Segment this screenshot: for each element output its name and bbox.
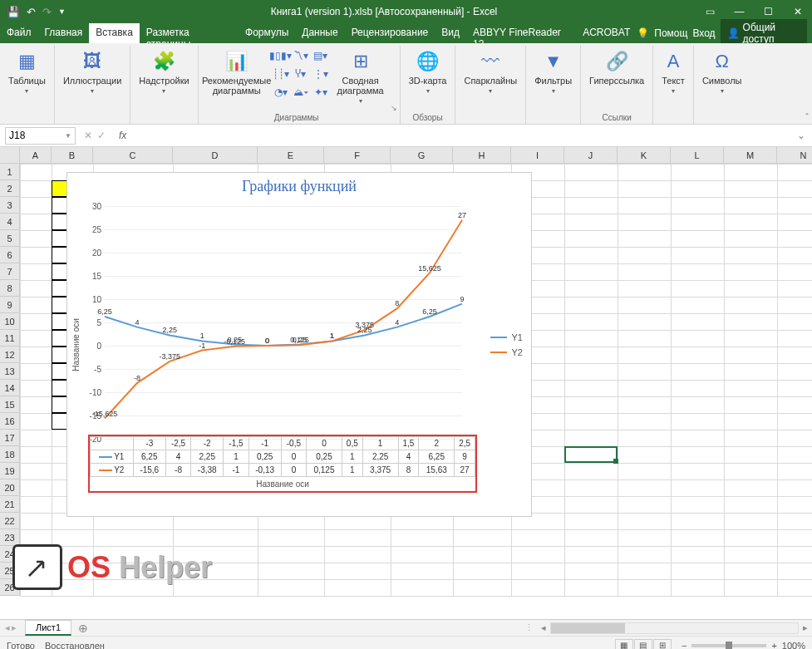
recommended-charts-button[interactable]: 📊Рекомендуемые диаграммы	[204, 47, 270, 97]
bar-chart-icon[interactable]: ▮▯▮▾	[272, 47, 290, 64]
tab-файл[interactable]: Файл	[0, 23, 38, 43]
col-header-A[interactable]: A	[20, 147, 52, 163]
row-header-23[interactable]: 23	[0, 529, 19, 546]
collapse-ribbon-icon[interactable]: ˆ	[805, 112, 809, 122]
tab-главная[interactable]: Главная	[38, 23, 90, 43]
addins-button[interactable]: 🧩Надстройки▾	[135, 47, 192, 96]
spreadsheet-grid[interactable]: ABCDEFGHIJKLMN 1234567891011121314151617…	[0, 147, 812, 619]
col-header-N[interactable]: N	[777, 147, 812, 163]
col-header-D[interactable]: D	[173, 147, 258, 163]
stock-chart-icon[interactable]: ┊┊▾	[272, 66, 290, 82]
col-header-F[interactable]: F	[324, 147, 391, 163]
fx-label[interactable]: fx	[114, 130, 131, 141]
tab-рецензирование[interactable]: Рецензирование	[345, 23, 436, 43]
sheet-tab-bar: ◂ ▸ Лист1 ⊕ ⋮ ◂ ▸	[0, 619, 812, 636]
tab-данные[interactable]: Данные	[295, 23, 344, 43]
charts-launcher-icon[interactable]: ↘	[391, 104, 397, 112]
col-header-K[interactable]: K	[618, 147, 671, 163]
redo-icon[interactable]: ↷	[42, 6, 52, 18]
col-header-M[interactable]: M	[724, 147, 777, 163]
row-header-3[interactable]: 3	[0, 197, 19, 214]
status-bar: Готово Восстановлен ▦ ▤ ⊞ − + 100%	[0, 636, 812, 649]
line-chart-icon[interactable]: 〽▾	[292, 47, 310, 64]
tables-button[interactable]: ▦Таблицы▾	[5, 47, 49, 96]
row-header-1[interactable]: 1	[0, 164, 19, 180]
row-header-13[interactable]: 13	[0, 363, 19, 380]
add-sheet-button[interactable]: ⊕	[71, 622, 95, 635]
sheet-nav-prev-icon[interactable]: ◂	[5, 622, 10, 633]
row-header-2[interactable]: 2	[0, 180, 19, 197]
row-header-12[interactable]: 12	[0, 347, 19, 363]
row-header-8[interactable]: 8	[0, 280, 19, 297]
tab-abbyy finereader 12[interactable]: ABBYY FineReader 12	[466, 23, 576, 43]
row-header-16[interactable]: 16	[0, 413, 19, 430]
page-break-view-icon[interactable]: ⊞	[653, 639, 672, 650]
tab-разметка страницы[interactable]: Разметка страницы	[140, 23, 239, 43]
row-header-6[interactable]: 6	[0, 247, 19, 263]
symbols-button[interactable]: ΩСимволы▾	[699, 47, 746, 96]
col-header-H[interactable]: H	[453, 147, 511, 163]
confirm-formula-icon[interactable]: ✓	[97, 130, 106, 141]
zoom-in-button[interactable]: +	[771, 641, 776, 650]
cancel-formula-icon[interactable]: ✕	[84, 130, 92, 141]
normal-view-icon[interactable]: ▦	[615, 639, 633, 650]
zoom-slider[interactable]	[691, 644, 766, 647]
tab-вставка[interactable]: Вставка	[89, 23, 140, 43]
hyperlink-button[interactable]: 🔗Гиперссылка	[586, 47, 647, 87]
row-header-15[interactable]: 15	[0, 396, 19, 413]
col-header-B[interactable]: B	[52, 147, 93, 163]
col-header-L[interactable]: L	[671, 147, 724, 163]
tab-вид[interactable]: Вид	[435, 23, 466, 43]
login-link[interactable]: Вход	[692, 27, 715, 39]
col-header-G[interactable]: G	[391, 147, 453, 163]
hierarchy-chart-icon[interactable]: Ⴤ▾	[292, 66, 310, 82]
pivot-chart-button[interactable]: ⊞Сводная диаграмма▾	[332, 47, 390, 106]
row-header-5[interactable]: 5	[0, 230, 19, 247]
zoom-level[interactable]: 100%	[782, 641, 805, 650]
horizontal-scrollbar[interactable]: ⋮ ◂ ▸	[521, 622, 812, 634]
sparklines-button[interactable]: 〰Спарклайны▾	[460, 47, 520, 96]
qat-customize-icon[interactable]: ▼	[58, 7, 66, 16]
chart-object[interactable]: Графики функций Название оси -20-15-10-5…	[66, 172, 532, 517]
active-cell[interactable]	[564, 446, 618, 463]
name-box[interactable]: J18▼	[5, 127, 76, 145]
tab-формулы[interactable]: Формулы	[239, 23, 295, 43]
tab-acrobat[interactable]: ACROBAT	[576, 23, 637, 43]
col-header-E[interactable]: E	[258, 147, 324, 163]
pie-chart-icon[interactable]: ◔▾	[272, 84, 290, 101]
save-icon[interactable]: 💾	[7, 6, 20, 18]
row-header-11[interactable]: 11	[0, 330, 19, 347]
col-header-C[interactable]: C	[93, 147, 173, 163]
row-header-17[interactable]: 17	[0, 430, 19, 446]
row-header-22[interactable]: 22	[0, 513, 19, 529]
row-header-4[interactable]: 4	[0, 214, 19, 230]
radar-chart-icon[interactable]: ✦▾	[312, 84, 330, 101]
scatter-chart-icon[interactable]: ⋮▾	[312, 66, 330, 82]
col-header-I[interactable]: I	[511, 147, 564, 163]
status-ready: Готово	[7, 641, 35, 650]
tell-me-text[interactable]: Помощ	[654, 27, 687, 39]
illustrations-button[interactable]: 🖼Иллюстрации▾	[60, 47, 125, 96]
zoom-out-button[interactable]: −	[682, 641, 687, 650]
undo-icon[interactable]: ↶	[27, 6, 36, 18]
text-button[interactable]: AТекст▾	[658, 47, 688, 96]
page-layout-view-icon[interactable]: ▤	[634, 639, 652, 650]
filters-button[interactable]: ▼Фильтры▾	[531, 47, 575, 96]
row-header-7[interactable]: 7	[0, 263, 19, 280]
3d-map-button[interactable]: 🌐3D-карта▾	[406, 47, 450, 96]
col-header-J[interactable]: J	[564, 147, 618, 163]
row-header-10[interactable]: 10	[0, 313, 19, 330]
row-header-18[interactable]: 18	[0, 446, 19, 463]
row-header-9[interactable]: 9	[0, 297, 19, 313]
area-chart-icon[interactable]: ⛰▾	[292, 84, 310, 101]
watermark-logo: OS Helper	[12, 544, 212, 590]
row-header-21[interactable]: 21	[0, 496, 19, 513]
sheet-tab-1[interactable]: Лист1	[25, 620, 71, 636]
select-all-corner[interactable]	[0, 147, 20, 164]
row-header-14[interactable]: 14	[0, 380, 19, 396]
expand-formula-icon[interactable]: ⌄	[790, 130, 812, 141]
sheet-nav-next-icon[interactable]: ▸	[12, 622, 17, 633]
row-header-19[interactable]: 19	[0, 463, 19, 479]
bar-h-chart-icon[interactable]: ▤▾	[312, 47, 330, 64]
row-header-20[interactable]: 20	[0, 479, 19, 496]
